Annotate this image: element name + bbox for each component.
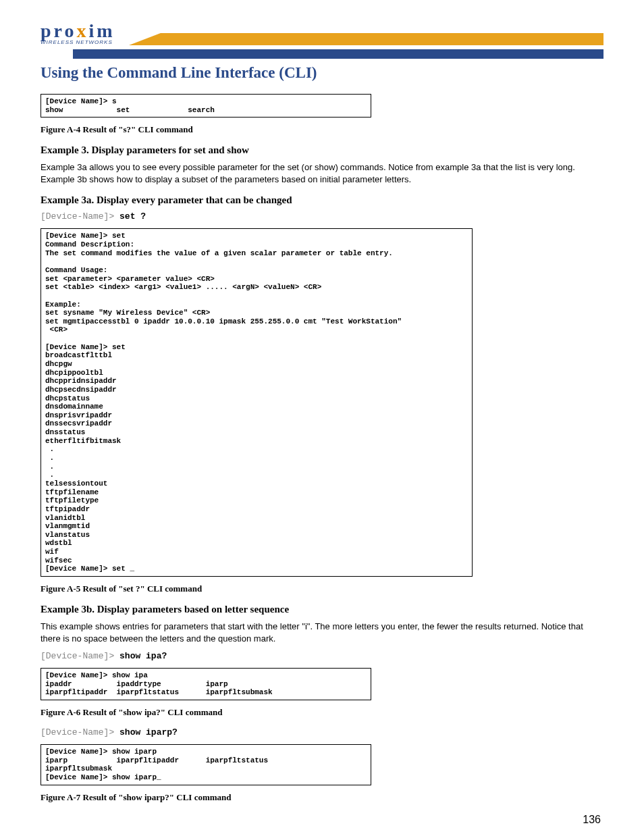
example3a-prompt: [Device-Name]> set ? xyxy=(41,211,603,221)
example3b-prompt2: [Device-Name]> show iparp? xyxy=(41,727,603,737)
example3b-heading: Example 3b. Display parameters based on … xyxy=(41,604,603,615)
cli-output-a6: [Device Name]> show ipa ipaddr ipaddrtyp… xyxy=(41,668,371,700)
prompt-prefix: [Device-Name]> xyxy=(41,651,114,661)
example3-heading: Example 3. Display parameters for set an… xyxy=(41,145,603,156)
cli-output-a5: [Device Name]> set Command Description: … xyxy=(41,228,473,577)
example3b-prompt1: [Device-Name]> show ipa? xyxy=(41,651,603,661)
logo-tail: im xyxy=(89,20,115,41)
figure-caption-a7: Figure A-7 Result of "show iparp?" CLI c… xyxy=(41,792,603,803)
figure-caption-a6: Figure A-6 Result of "show ipa?" CLI com… xyxy=(41,707,603,718)
prompt-prefix: [Device-Name]> xyxy=(41,727,114,737)
prompt-command: set ? xyxy=(119,211,146,221)
banner-stripe xyxy=(129,33,603,45)
svg-marker-0 xyxy=(129,33,603,45)
page-title: Using the Command Line Interface (CLI) xyxy=(41,64,603,82)
brand-logo: proxim WIRELESS NETWORKS xyxy=(41,20,115,47)
logo-subtitle: WIRELESS NETWORKS xyxy=(41,39,113,45)
example3-body: Example 3a allows you to see every possi… xyxy=(41,161,603,185)
prompt-prefix: [Device-Name]> xyxy=(41,211,114,221)
cli-output-a4: [Device Name]> s show set search xyxy=(41,94,371,118)
figure-caption-a4: Figure A-4 Result of "s?" CLI command xyxy=(41,124,603,135)
prompt-command: show ipa? xyxy=(119,651,167,661)
prompt-command: show iparp? xyxy=(119,727,178,737)
figure-caption-a5: Figure A-5 Result of "set ?" CLI command xyxy=(41,583,603,594)
header-rule xyxy=(73,49,603,59)
cli-output-a7: [Device Name]> show iparp iparp iparpflt… xyxy=(41,744,371,785)
example3a-heading: Example 3a. Display every parameter that… xyxy=(41,194,603,206)
logo-pre: pro xyxy=(41,20,77,41)
page-number: 136 xyxy=(583,814,601,826)
logo-x: x xyxy=(77,20,89,41)
example3b-body: This example shows entries for parameter… xyxy=(41,621,603,644)
